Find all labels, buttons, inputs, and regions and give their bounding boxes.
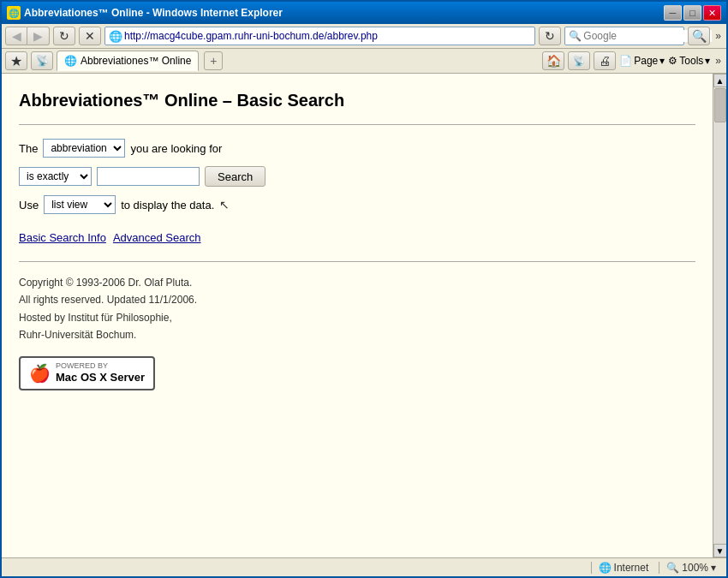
window-title: Abbreviationes™ Online - Windows Interne… — [24, 7, 283, 19]
apple-icon: 🍎 — [29, 363, 51, 384]
zoom-icon: 🔍 — [666, 562, 679, 574]
scrollbar[interactable]: ▲ ▼ — [713, 74, 726, 557]
links-row: Basic Search Info Advanced Search — [19, 231, 695, 244]
ie-icon: 🌐 — [7, 6, 21, 20]
new-tab-button[interactable]: + — [204, 51, 223, 70]
intro-text: The — [19, 142, 38, 155]
copyright-line3: Hosted by Institut für Philosophie, — [19, 309, 695, 326]
scroll-thumb[interactable] — [714, 88, 726, 122]
form-row-2: is exactly starts with contains Search — [19, 166, 695, 187]
browser-window: 🌐 Abbreviationes™ Online - Windows Inter… — [0, 0, 728, 578]
copyright-line1: Copyright © 1993-2006 Dr. Olaf Pluta. — [19, 274, 695, 291]
cursor-indicator: ↖ — [219, 198, 230, 212]
google-icon: 🔍 — [569, 30, 582, 42]
tools-icon: ⚙ — [668, 55, 677, 67]
globe-icon: 🌐 — [599, 562, 612, 574]
scroll-down-button[interactable]: ▼ — [713, 544, 727, 557]
page-title: Abbreviationes™ Online – Basic Search — [19, 91, 695, 110]
nav-arrow-group: ◀ ▶ — [5, 27, 50, 45]
macos-badge[interactable]: 🍎 POWERED BY Mac OS X Server — [19, 356, 155, 391]
powered-by-label: POWERED BY — [56, 361, 145, 372]
forward-button[interactable]: ▶ — [27, 27, 50, 45]
scroll-track[interactable] — [713, 87, 726, 544]
window-controls: ─ □ ✕ — [664, 5, 721, 21]
page-tools-group: 🏠 📡 🖨 📄 Page ▾ ⚙ Tools ▾ » — [542, 51, 723, 70]
content-area: Abbreviationes™ Online – Basic Search Th… — [2, 74, 726, 557]
favorites-button[interactable]: ★ — [5, 51, 27, 70]
tools-dropdown-icon: ▾ — [705, 55, 710, 67]
advanced-search-link[interactable]: Advanced Search — [113, 231, 201, 244]
tools-button[interactable]: ⚙ Tools ▾ — [668, 55, 710, 67]
refresh-button[interactable]: ↻ — [53, 27, 75, 45]
tab-favicon: 🌐 — [64, 55, 77, 67]
stop-button[interactable]: ✕ — [79, 27, 101, 45]
footer-divider — [19, 261, 695, 262]
zoom-dropdown-icon: ▾ — [711, 562, 716, 574]
use-text: Use — [19, 199, 39, 212]
status-bar: 🌐 Internet 🔍 100% ▾ — [2, 557, 726, 576]
home-button[interactable]: 🏠 — [542, 51, 564, 70]
copyright: Copyright © 1993-2006 Dr. Olaf Pluta. Al… — [19, 274, 695, 344]
search-text-input[interactable] — [97, 167, 200, 186]
match-select[interactable]: is exactly starts with contains — [19, 167, 92, 186]
toolbar-expand-button[interactable]: » — [713, 28, 723, 44]
tab-label: Abbreviationes™ Online — [81, 55, 191, 67]
scroll-up-button[interactable]: ▲ — [713, 74, 727, 87]
maximize-button[interactable]: □ — [683, 5, 701, 21]
rss-button[interactable]: 📡 — [568, 51, 590, 70]
feeds-button[interactable]: 📡 — [31, 51, 53, 70]
search-form: The abbreviation expansion you are looki… — [19, 139, 695, 214]
abbreviation-select[interactable]: abbreviation expansion — [43, 139, 125, 158]
address-bar[interactable]: 🌐 — [104, 27, 535, 45]
zoom-level[interactable]: 🔍 100% ▾ — [659, 562, 723, 574]
title-bar-left: 🌐 Abbreviationes™ Online - Windows Inter… — [7, 6, 283, 20]
active-tab[interactable]: 🌐 Abbreviationes™ Online — [57, 51, 199, 71]
title-divider — [19, 124, 695, 125]
close-button[interactable]: ✕ — [703, 5, 721, 21]
page-favicon: 🌐 — [109, 30, 121, 42]
badge-text: POWERED BY Mac OS X Server — [56, 361, 145, 386]
main-content: Abbreviationes™ Online – Basic Search Th… — [2, 74, 713, 557]
back-button[interactable]: ◀ — [5, 27, 27, 45]
form-row-1: The abbreviation expansion you are looki… — [19, 139, 695, 158]
mac-os-label: Mac OS X Server — [56, 371, 145, 385]
zone-label: Internet — [614, 562, 649, 574]
refresh-go-button[interactable]: ↻ — [539, 27, 561, 45]
search-button[interactable]: Search — [205, 166, 266, 187]
address-input[interactable] — [124, 30, 531, 42]
page-button[interactable]: 📄 Page ▾ — [619, 55, 665, 67]
copyright-line4: Ruhr-Universität Bochum. — [19, 326, 695, 343]
title-bar: 🌐 Abbreviationes™ Online - Windows Inter… — [2, 2, 726, 24]
form-row-3: Use list view table view to display the … — [19, 195, 695, 214]
page-dropdown-icon: ▾ — [659, 55, 665, 67]
page-icon: 📄 — [619, 55, 632, 67]
favorites-bar: ★ 📡 🌐 Abbreviationes™ Online + 🏠 📡 🖨 📄 P… — [2, 49, 726, 74]
basic-search-info-link[interactable]: Basic Search Info — [19, 231, 106, 244]
print-button[interactable]: 🖨 — [594, 51, 616, 70]
minimize-button[interactable]: ─ — [664, 5, 682, 21]
copyright-line2: All rights reserved. Updated 11/1/2006. — [19, 291, 695, 308]
display-select[interactable]: list view table view — [44, 195, 116, 214]
page-tools-expand[interactable]: » — [713, 53, 723, 69]
internet-zone: 🌐 Internet — [591, 562, 656, 574]
you-looking-for-text: you are looking for — [130, 142, 222, 155]
google-search-button[interactable]: 🔍 — [688, 27, 710, 45]
navigation-bar: ◀ ▶ ↻ ✕ 🌐 ↻ 🔍 🔍 » — [2, 24, 726, 49]
to-display-text: to display the data. — [121, 199, 214, 212]
zoom-label: 100% — [682, 562, 708, 574]
